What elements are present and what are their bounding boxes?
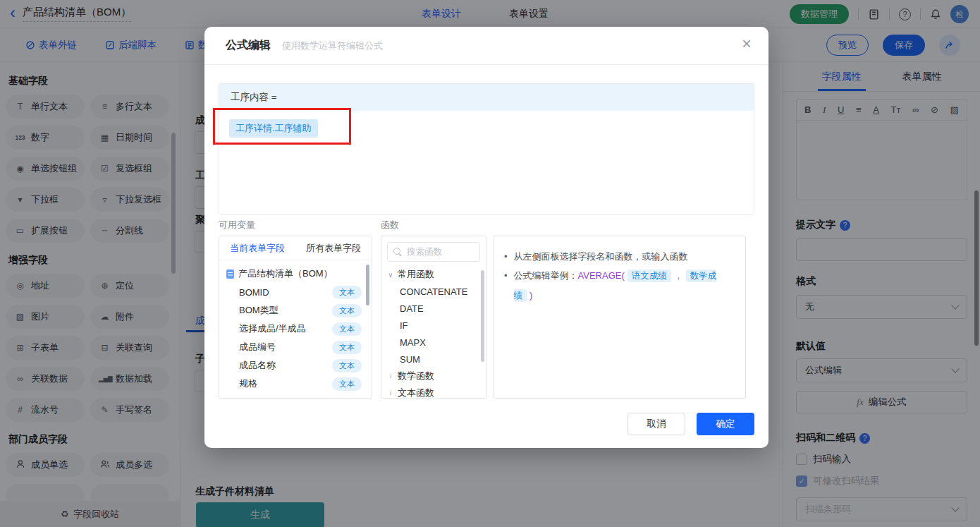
chevron-right-icon: ›: [387, 389, 394, 397]
variable-row[interactable]: 选择成品/半成品文本: [219, 320, 372, 338]
function-item[interactable]: MAPX: [381, 334, 486, 351]
bullet-icon: •: [504, 266, 508, 285]
function-group-label: 常用函数: [398, 268, 434, 281]
function-item[interactable]: CONCATENATE: [381, 283, 486, 300]
help-tip-2: • 公式编辑举例：AVERAGE(语文成绩，数学成绩): [504, 266, 735, 305]
function-item[interactable]: SUM: [381, 351, 486, 368]
functions-scrollbar[interactable]: [481, 270, 484, 362]
formula-help-panel: • 从左侧面板选择字段名和函数，或输入函数 • 公式编辑举例：AVERAGE(语…: [494, 236, 746, 399]
function-group-label: 数学函数: [398, 370, 434, 382]
annotation-highlight: [213, 108, 351, 145]
variable-type-badge: 文本: [332, 341, 362, 354]
formula-expression-box: 工序内容 = 工序详情.工序辅助: [219, 83, 754, 215]
variables-scrollbar[interactable]: [366, 265, 369, 305]
variables-panel: 当前表单字段 所有表单字段 产品结构清单（BOM） BOMID文本 BOM类型文…: [219, 236, 372, 399]
variable-row[interactable]: BOMID文本: [219, 283, 372, 301]
help-tip-text: 从左侧面板选择字段名和函数，或输入函数: [514, 247, 688, 266]
example-function: AVERAGE(: [578, 270, 625, 281]
modal-title: 公式编辑: [226, 38, 271, 53]
function-search-input[interactable]: 搜索函数: [387, 242, 480, 262]
functions-section-label: 函数: [381, 219, 399, 231]
variable-name: 成品编号: [239, 341, 332, 353]
variable-type-badge: 文本: [332, 286, 362, 299]
bullet-icon: •: [504, 247, 508, 266]
variables-tree-root[interactable]: 产品结构清单（BOM）: [219, 265, 372, 283]
variable-type-badge: 文本: [332, 322, 362, 336]
example-prefix: 公式编辑举例：: [514, 270, 578, 281]
variable-row[interactable]: 成品名称文本: [219, 356, 372, 375]
variable-name: 规格: [239, 377, 332, 390]
tab-all-form-fields[interactable]: 所有表单字段: [295, 236, 372, 260]
function-item[interactable]: DATE: [381, 300, 486, 317]
modal-subtitle: 使用数学运算符编辑公式: [282, 40, 383, 52]
confirm-button[interactable]: 确定: [697, 413, 754, 435]
variable-type-badge: 文本: [332, 377, 362, 391]
help-example: 公式编辑举例：AVERAGE(语文成绩，数学成绩): [514, 266, 735, 305]
variables-root-label: 产品结构清单（BOM）: [238, 267, 333, 280]
variables-section-label: 可用变量: [219, 219, 255, 231]
help-tip-1: • 从左侧面板选择字段名和函数，或输入函数: [504, 247, 735, 266]
variable-type-badge: 文本: [332, 359, 362, 372]
function-group-label: 文本函数: [398, 387, 434, 399]
functions-panel: 搜索函数 ∨ 常用函数 CONCATENATE DATE IF MAPX SUM…: [381, 236, 486, 399]
modal-header: 公式编辑 使用数学运算符编辑公式: [204, 27, 768, 65]
variables-tree: 产品结构清单（BOM） BOMID文本 BOM类型文本 选择成品/半成品文本 成…: [219, 260, 372, 393]
formula-target: 工序内容 =: [219, 84, 754, 111]
variable-row[interactable]: BOM类型文本: [219, 301, 372, 320]
example-separator: ，: [674, 270, 683, 281]
app-window: ‹ 产品结构清单（BOM） 表单设计 表单设置 数据管理 ? 检 表单外链: [0, 0, 980, 527]
variable-name: BOMID: [239, 287, 332, 298]
tab-current-form-fields[interactable]: 当前表单字段: [219, 236, 295, 260]
chevron-down-icon: ∨: [387, 271, 394, 279]
variables-tabs: 当前表单字段 所有表单字段: [219, 236, 372, 260]
close-icon[interactable]: ×: [742, 35, 752, 52]
form-file-icon: [226, 269, 234, 279]
variable-name: 成品名称: [239, 359, 332, 372]
example-close-paren: ): [529, 290, 532, 301]
function-group-common[interactable]: ∨ 常用函数: [381, 266, 486, 283]
variable-type-badge: 文本: [332, 304, 362, 317]
function-group-text[interactable]: › 文本函数: [381, 384, 486, 399]
variable-name: BOM类型: [239, 304, 332, 317]
example-field-chip: 语文成绩: [627, 269, 671, 282]
cancel-button[interactable]: 取消: [627, 413, 685, 435]
search-placeholder: 搜索函数: [407, 246, 442, 258]
variable-row[interactable]: 成品编号文本: [219, 338, 372, 356]
function-group-math[interactable]: › 数学函数: [381, 368, 486, 384]
chevron-right-icon: ›: [387, 372, 394, 380]
search-icon: [393, 248, 403, 257]
formula-editor-modal: 公式编辑 使用数学运算符编辑公式 × 工序内容 = 工序详情.工序辅助 可用变量…: [204, 27, 768, 448]
variable-row[interactable]: 规格文本: [219, 375, 372, 393]
variable-name: 选择成品/半成品: [239, 322, 332, 335]
function-item[interactable]: IF: [381, 317, 486, 334]
